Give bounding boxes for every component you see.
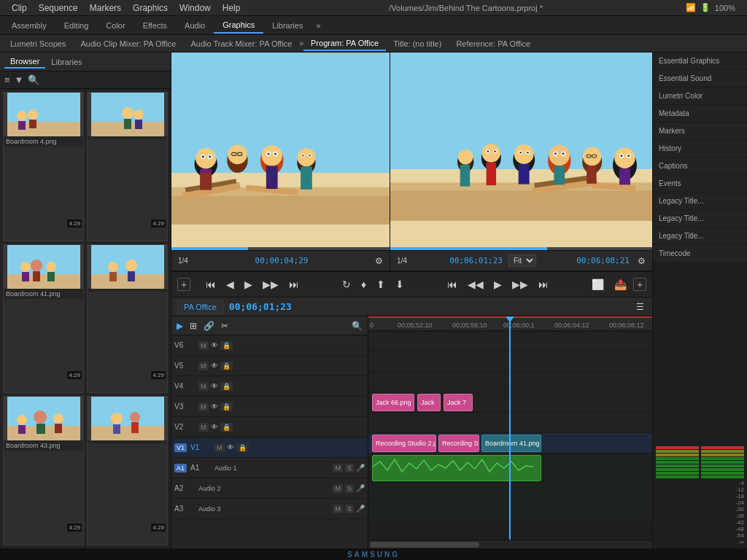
- step-back-button[interactable]: ◀: [222, 276, 238, 292]
- track-a1-mic-icon[interactable]: 🎤: [356, 464, 365, 472]
- list-view-icon[interactable]: ≡: [4, 74, 10, 85]
- tab-editing[interactable]: Editing: [55, 18, 98, 33]
- panel-markers[interactable]: Markers: [653, 122, 747, 140]
- clip-recording[interactable]: Recording Studio: [438, 435, 479, 452]
- track-v3-eye[interactable]: 👁: [211, 402, 218, 411]
- timeline-hscrollbar[interactable]: [368, 540, 652, 548]
- go-to-in-button[interactable]: ⏮: [202, 276, 220, 292]
- sequence-tab[interactable]: PA Office: [177, 300, 223, 314]
- browser-tab-browser[interactable]: Browser: [4, 55, 45, 69]
- source-progress-bar[interactable]: [171, 247, 390, 250]
- panel-essential-graphics[interactable]: Essential Graphics: [653, 52, 747, 70]
- track-v6-lock[interactable]: 🔒: [220, 341, 233, 350]
- search-icon[interactable]: 🔍: [28, 74, 39, 85]
- clip-jack66[interactable]: Jack 66.png: [372, 394, 414, 411]
- pgm-play-button[interactable]: ▶: [490, 276, 506, 292]
- lift-button[interactable]: ⬆: [373, 276, 389, 292]
- panel-metadata[interactable]: Metadata: [653, 105, 747, 122]
- pgm-step-fwd-button[interactable]: ▶▶: [508, 276, 532, 292]
- panel-legacy-title-1[interactable]: Legacy Title...: [653, 192, 747, 210]
- track-v4-lock[interactable]: 🔒: [220, 382, 233, 391]
- track-a3-s[interactable]: S: [345, 505, 354, 513]
- panel-reference[interactable]: Reference: PA Office: [449, 37, 538, 50]
- tab-assembly[interactable]: Assembly: [3, 18, 55, 33]
- menu-graphics[interactable]: Graphics: [127, 1, 174, 15]
- track-a2-m[interactable]: M: [333, 484, 343, 493]
- track-v4-m[interactable]: M: [198, 382, 209, 391]
- panel-legacy-title-2[interactable]: Legacy Title...: [653, 210, 747, 228]
- menu-markers[interactable]: Markers: [84, 1, 127, 15]
- menu-sequence[interactable]: Sequence: [33, 1, 84, 15]
- track-a2-s[interactable]: S: [345, 484, 354, 493]
- panel-lumetri-color[interactable]: Lumetri Color: [653, 88, 747, 105]
- panel-captions[interactable]: Captions: [653, 158, 747, 175]
- clip-jack7[interactable]: Jack 7: [444, 394, 473, 411]
- menu-help[interactable]: Help: [217, 1, 247, 15]
- track-v2-m[interactable]: M: [198, 423, 209, 432]
- snap-toggle[interactable]: ⊞: [187, 319, 199, 332]
- output-button[interactable]: 📤: [611, 276, 630, 292]
- track-a3-m[interactable]: M: [333, 505, 343, 513]
- tab-effects[interactable]: Effects: [134, 18, 176, 33]
- fit-select[interactable]: Fit: [508, 254, 536, 267]
- extract-button[interactable]: ⬇: [392, 276, 408, 292]
- panel-history[interactable]: History: [653, 140, 747, 158]
- clip-recording2[interactable]: Recording Studio 2.png: [372, 435, 436, 452]
- filter-icon[interactable]: ▼: [15, 74, 24, 85]
- add-edit-icon[interactable]: ✂: [219, 319, 231, 332]
- clip-jack[interactable]: Jack: [417, 394, 441, 411]
- track-v5-eye[interactable]: 👁: [211, 362, 218, 370]
- timeline-tracks[interactable]: Jack 66.png Jack Jack 7: [368, 331, 652, 540]
- track-v5-m[interactable]: M: [198, 362, 209, 370]
- search-tl-icon[interactable]: 🔍: [349, 319, 365, 332]
- track-v5-lock[interactable]: 🔒: [220, 362, 233, 370]
- panel-audio-track-mixer[interactable]: Audio Track Mixer: PA Office: [183, 37, 299, 50]
- tab-audio[interactable]: Audio: [176, 18, 214, 33]
- browser-tab-libraries[interactable]: Libraries: [45, 56, 88, 68]
- panel-title[interactable]: Title: (no title): [386, 37, 449, 50]
- track-v1-eye[interactable]: 👁: [227, 443, 234, 451]
- tab-libraries[interactable]: Libraries: [263, 18, 311, 33]
- panel-events[interactable]: Events: [653, 175, 747, 192]
- list-item[interactable]: 4:29: [87, 244, 168, 394]
- track-v4-eye[interactable]: 👁: [211, 382, 218, 390]
- add-button-right[interactable]: +: [633, 278, 646, 291]
- panel-audio-clip-mixer[interactable]: Audio Clip Mixer: PA Office: [73, 37, 183, 50]
- add-track-button[interactable]: +: [177, 278, 190, 291]
- loop-button[interactable]: ↻: [338, 276, 355, 292]
- program-settings-icon[interactable]: ⚙: [635, 254, 648, 268]
- track-a3-mic-icon[interactable]: 🎤: [356, 505, 365, 513]
- clip-audio1[interactable]: [372, 455, 541, 481]
- clip-boardroom41[interactable]: Boardroom 41.png: [481, 435, 541, 452]
- pgm-go-out-button[interactable]: ⏭: [535, 276, 552, 292]
- panel-lumetri-scopes[interactable]: Lumetri Scopes: [3, 37, 73, 50]
- list-item[interactable]: 4:29: [87, 396, 168, 545]
- list-item[interactable]: Boardroom 43.png 4:29: [3, 396, 84, 545]
- track-v2-lock[interactable]: 🔒: [220, 423, 233, 432]
- pgm-step-back-button[interactable]: ◀◀: [464, 276, 487, 292]
- tab-color[interactable]: Color: [97, 18, 133, 33]
- panel-essential-sound[interactable]: Essential Sound: [653, 70, 747, 88]
- list-item[interactable]: 4:29: [87, 92, 168, 241]
- track-a2-mic-icon[interactable]: 🎤: [356, 484, 365, 492]
- menu-clip[interactable]: Clip: [6, 1, 33, 15]
- panel-legacy-title-3[interactable]: Legacy Title...: [653, 228, 747, 245]
- linked-select[interactable]: 🔗: [201, 319, 217, 332]
- list-item[interactable]: Boardroom 4.png 4:29: [3, 92, 84, 241]
- list-item[interactable]: Boardroom 41.png 4:29: [3, 244, 84, 394]
- track-v6-eye[interactable]: 👁: [211, 341, 218, 349]
- track-v3-lock[interactable]: 🔒: [220, 402, 233, 411]
- track-a1-s[interactable]: S: [345, 464, 354, 472]
- add-marker-button[interactable]: ♦: [357, 276, 370, 292]
- track-v1-m[interactable]: M: [214, 443, 225, 452]
- source-settings-icon[interactable]: ⚙: [373, 254, 385, 268]
- play-button[interactable]: ▶: [241, 276, 256, 292]
- panel-timecode[interactable]: Timecode: [653, 245, 747, 262]
- more-workspaces-icon[interactable]: »: [311, 18, 325, 33]
- track-v3-m[interactable]: M: [198, 402, 209, 411]
- track-v2-eye[interactable]: 👁: [211, 423, 218, 431]
- track-v1-lock[interactable]: 🔒: [236, 443, 249, 452]
- tab-graphics[interactable]: Graphics: [214, 18, 263, 34]
- track-a1-m[interactable]: M: [333, 464, 343, 472]
- safe-margins-icon[interactable]: ⬜: [588, 276, 608, 292]
